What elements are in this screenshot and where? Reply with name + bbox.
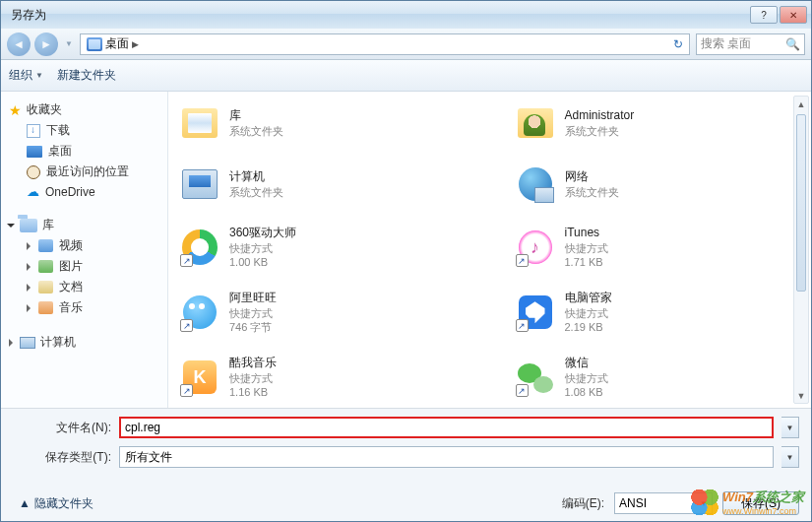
breadcrumb-root[interactable]: 桌面▶ [83,34,143,54]
dialog-body: ★收藏夹 下载 桌面 最近访问的位置 ☁OneDrive 库 视频 图片 文档 … [1,92,811,408]
item-name: 电脑管家 [565,291,612,306]
item-name: 计算机 [229,169,283,185]
file-item[interactable]: ↗微信快捷方式1.08 KB [510,354,806,401]
forward-button[interactable]: ► [34,33,58,56]
new-folder-button[interactable]: 新建文件夹 [57,67,116,84]
item-size: 1.16 KB [229,385,277,399]
filetype-select[interactable]: 所有文件 [119,446,774,468]
expand-icon[interactable] [27,304,31,312]
expand-icon[interactable] [9,339,13,347]
filetype-dropdown[interactable]: ▼ [781,446,799,468]
chevron-down-icon: ▼ [35,71,43,80]
itunes-icon: ♪↗ [516,228,555,267]
file-item[interactable]: ♪↗iTunes快捷方式1.71 KB [510,224,806,271]
sidebar-item-pictures[interactable]: 图片 [9,256,167,277]
file-item[interactable]: ↗电脑管家快捷方式2.19 KB [510,289,806,336]
close-button[interactable]: ✕ [780,6,807,24]
file-item[interactable]: 网络系统文件夹 [510,163,806,206]
item-type: 快捷方式 [229,241,296,255]
sidebar-item-recent[interactable]: 最近访问的位置 [9,162,167,182]
aliww-icon: ↗ [180,293,219,332]
scroll-thumb[interactable] [796,114,806,292]
shortcut-overlay-icon: ↗ [180,254,193,267]
sidebar-libraries-header[interactable]: 库 [9,215,167,235]
file-list[interactable]: 库系统文件夹Administrator系统文件夹计算机系统文件夹网络系统文件夹↗… [168,92,811,408]
encoding-select[interactable]: ANSI▼ [614,492,713,514]
hide-folders-toggle[interactable]: ▲隐藏文件夹 [19,495,94,512]
sidebar-item-documents[interactable]: 文档 [9,277,167,297]
expand-icon[interactable] [27,263,31,271]
sidebar-item-desktop[interactable]: 桌面 [9,141,167,162]
sidebar-favorites-header[interactable]: ★收藏夹 [9,99,167,120]
desktop-icon [27,146,42,158]
encoding-label: 编码(E): [562,495,604,512]
titlebar[interactable]: 另存为 ? ✕ [1,1,811,29]
sidebar-computer: 计算机 [9,332,167,353]
address-bar[interactable]: 桌面▶ ↻ [80,33,690,55]
file-item[interactable]: 计算机系统文件夹 [174,163,470,206]
item-name: 360驱动大师 [229,226,296,241]
item-name: 微信 [565,356,608,371]
file-item[interactable]: K↗酷我音乐快捷方式1.16 KB [174,354,470,401]
search-icon: 🔍 [785,37,800,51]
filetype-label: 保存类型(T): [13,449,111,466]
sidebar-item-music[interactable]: 音乐 [9,297,167,318]
filetype-row: 保存类型(T): 所有文件 ▼ [13,446,799,468]
item-type: 系统文件夹 [565,124,635,138]
file-item[interactable]: ↗360驱动大师快捷方式1.00 KB [174,224,470,271]
item-type: 快捷方式 [565,371,608,385]
scroll-up-button[interactable]: ▲ [794,97,808,111]
item-name: 库 [229,108,283,124]
filename-row: 文件名(N): ▼ [13,417,799,438]
item-type: 快捷方式 [229,306,277,320]
download-icon [27,124,40,138]
sidebar-item-onedrive[interactable]: ☁OneDrive [9,182,167,201]
item-type: 系统文件夹 [229,185,283,199]
nav-bar: ◄ ► ▼ 桌面▶ ↻ 搜索 桌面 🔍 [1,29,811,60]
history-dropdown[interactable]: ▼ [62,37,76,51]
file-item[interactable]: 库系统文件夹 [174,101,470,145]
item-type: 系统文件夹 [229,124,283,138]
help-button[interactable]: ? [750,6,778,24]
document-icon [38,281,53,294]
back-button[interactable]: ◄ [7,33,31,56]
user-icon [516,103,555,143]
save-button[interactable]: 保存(S) [722,491,799,515]
computer-icon [180,164,219,204]
onedrive-icon: ☁ [27,184,39,199]
item-type: 快捷方式 [565,306,612,320]
window-controls: ? ✕ [750,6,807,24]
network-icon [516,164,555,204]
sidebar-item-videos[interactable]: 视频 [9,235,167,256]
360-icon: ↗ [180,228,219,267]
qqmgr-icon: ↗ [516,293,555,332]
sidebar[interactable]: ★收藏夹 下载 桌面 最近访问的位置 ☁OneDrive 库 视频 图片 文档 … [1,92,168,408]
expand-icon[interactable] [27,284,31,292]
sidebar-item-computer[interactable]: 计算机 [9,332,167,353]
expand-icon[interactable] [7,224,15,228]
libraries-icon [20,219,37,232]
scroll-down-button[interactable]: ▼ [794,388,808,403]
item-name: 阿里旺旺 [229,291,277,306]
organize-menu[interactable]: 组织▼ [9,67,43,84]
shortcut-overlay-icon: ↗ [516,254,529,267]
computer-icon [20,337,35,349]
expand-icon[interactable] [27,242,31,250]
star-icon: ★ [9,102,22,118]
wechat-icon: ↗ [516,358,555,397]
filename-dropdown[interactable]: ▼ [781,417,799,438]
file-item[interactable]: ↗阿里旺旺快捷方式746 字节 [174,289,470,336]
item-size: 746 字节 [229,320,277,334]
sidebar-item-downloads[interactable]: 下载 [9,120,167,141]
chevron-right-icon[interactable]: ▶ [132,39,139,49]
refresh-button[interactable]: ↻ [669,35,687,53]
file-item[interactable]: Administrator系统文件夹 [510,101,806,145]
filename-label: 文件名(N): [13,420,111,436]
scrollbar[interactable]: ▲ ▼ [793,96,809,404]
item-name: 网络 [565,169,619,185]
filename-input[interactable] [119,417,774,438]
window-title: 另存为 [11,7,46,24]
save-options: 文件名(N): ▼ 保存类型(T): 所有文件 ▼ [1,408,811,486]
kuwo-icon: K↗ [180,358,219,397]
search-input[interactable]: 搜索 桌面 🔍 [696,33,805,55]
